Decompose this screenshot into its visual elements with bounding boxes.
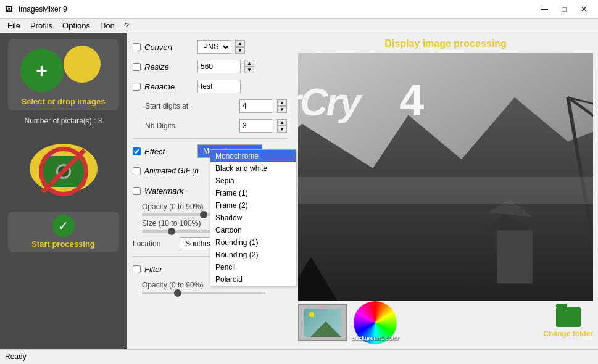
effect-label: Effect bbox=[144, 147, 194, 156]
close-button[interactable]: ✕ bbox=[575, 3, 593, 15]
display-title: Display image processing bbox=[298, 38, 593, 49]
picture-count: Number of picture(s) : 3 bbox=[24, 117, 102, 125]
start-digits-input[interactable] bbox=[239, 99, 273, 113]
menu-file[interactable]: File bbox=[2, 20, 25, 31]
convert-format-select[interactable]: PNG JPG BMP GIF bbox=[197, 40, 231, 54]
filter-opacity-slider[interactable] bbox=[142, 292, 265, 294]
dropdown-item-monochrome[interactable]: Monochrome bbox=[210, 150, 296, 162]
check-icon: ✓ bbox=[52, 215, 75, 237]
dropdown-item-rounding1[interactable]: Rounding (1) bbox=[210, 236, 296, 249]
dropdown-item-sepia[interactable]: Sepia bbox=[210, 175, 296, 187]
filter-opacity-slider-row bbox=[133, 292, 287, 294]
dropdown-item-frame1[interactable]: Frame (1) bbox=[210, 187, 296, 199]
resize-row: Resize ▲ ▼ bbox=[133, 58, 287, 75]
rename-label: Rename bbox=[144, 82, 194, 91]
color-wheel[interactable]: Background color bbox=[354, 301, 397, 344]
filter-label: Filter bbox=[144, 265, 194, 274]
preview-svg: FarCry 4 bbox=[298, 53, 593, 301]
no-image-area bbox=[8, 131, 119, 205]
resize-label: Resize bbox=[144, 62, 194, 72]
convert-checkbox[interactable] bbox=[133, 43, 141, 51]
format-spin-down[interactable]: ▼ bbox=[235, 47, 245, 54]
menu-profils[interactable]: Profils bbox=[25, 20, 57, 31]
status-bar: Ready bbox=[0, 349, 598, 363]
resize-input[interactable] bbox=[197, 60, 241, 73]
image-preview: FarCry 4 bbox=[298, 53, 593, 301]
rename-input[interactable] bbox=[197, 80, 241, 93]
dropdown-item-rounding2[interactable]: Rounding (2) bbox=[210, 249, 296, 261]
sun-dot bbox=[309, 312, 314, 317]
filter-checkbox[interactable] bbox=[133, 265, 141, 273]
right-panel: Display image processing bbox=[293, 33, 598, 349]
convert-row: Convert PNG JPG BMP GIF ▲ ▼ bbox=[133, 38, 287, 56]
start-digits-row: Start digits at ▲ ▼ bbox=[133, 97, 287, 115]
start-label: Start processing bbox=[31, 239, 95, 249]
effect-dropdown[interactable]: Monochrome Black and white Sepia Frame (… bbox=[210, 149, 296, 286]
animated-gif-checkbox[interactable] bbox=[133, 167, 141, 175]
window-controls: — □ ✕ bbox=[535, 3, 593, 15]
middle-panel: Convert PNG JPG BMP GIF ▲ ▼ Resize ▲ ▼ bbox=[127, 33, 293, 349]
nb-digits-spin-up[interactable]: ▲ bbox=[277, 119, 287, 126]
start-digits-spin-up[interactable]: ▲ bbox=[277, 99, 287, 106]
resize-spin-down[interactable]: ▼ bbox=[244, 67, 254, 73]
app-title: ImagesMixer 9 bbox=[19, 5, 535, 14]
opacity-label: Opacity (0 to 90%) bbox=[142, 202, 203, 211]
svg-rect-5 bbox=[497, 230, 532, 283]
filter-opacity-label: Opacity (0 to 90%) bbox=[142, 281, 203, 289]
start-digits-label: Start digits at bbox=[133, 102, 188, 110]
menu-options[interactable]: Options bbox=[57, 20, 95, 31]
nb-digits-label: Nb Digits bbox=[133, 122, 175, 130]
plus-icon: + bbox=[36, 59, 48, 82]
minimize-button[interactable]: — bbox=[535, 3, 554, 15]
rename-checkbox[interactable] bbox=[133, 83, 141, 91]
dropdown-item-cartoon[interactable]: Cartoon bbox=[210, 224, 296, 236]
resize-spin-up[interactable]: ▲ bbox=[244, 60, 254, 67]
format-spin-up[interactable]: ▲ bbox=[235, 40, 245, 47]
nb-digits-row: Nb Digits ▲ ▼ bbox=[133, 117, 287, 134]
nb-digits-input[interactable] bbox=[239, 119, 273, 133]
menu-don[interactable]: Don bbox=[95, 20, 120, 31]
location-label: Location bbox=[133, 239, 176, 248]
dropdown-item-pencil[interactable]: Pencil bbox=[210, 261, 296, 273]
convert-label: Convert bbox=[144, 43, 194, 52]
dropdown-item-shadow[interactable]: Shadow bbox=[210, 212, 296, 224]
change-folder-label: Change folder bbox=[543, 329, 593, 338]
thumb-inner bbox=[304, 309, 341, 337]
yellow-circle bbox=[64, 46, 101, 83]
select-label: Select or drop images bbox=[22, 97, 106, 106]
status-text: Ready bbox=[5, 352, 27, 361]
left-panel: + Select or drop images Number of pictur… bbox=[0, 33, 127, 349]
green-circle: + bbox=[20, 49, 64, 92]
app-icon: 🖼 bbox=[5, 4, 15, 14]
watermark-label: Watermark bbox=[144, 186, 194, 196]
mountain-shape bbox=[310, 321, 341, 337]
resize-checkbox[interactable] bbox=[133, 63, 141, 71]
start-processing-button[interactable]: ✓ Start processing bbox=[8, 212, 119, 252]
main-content: + Select or drop images Number of pictur… bbox=[0, 33, 598, 349]
folder-icon bbox=[556, 307, 581, 327]
watermark-checkbox[interactable] bbox=[133, 187, 141, 195]
bottom-toolbar: Background color Change folder bbox=[298, 301, 593, 344]
svg-text:4: 4 bbox=[399, 75, 424, 125]
dropdown-item-frame2[interactable]: Frame (2) bbox=[210, 199, 296, 212]
bg-color-label: Background color bbox=[351, 335, 399, 341]
menu-help[interactable]: ? bbox=[120, 20, 134, 31]
animated-gif-label: Animated GIF (n bbox=[144, 167, 199, 175]
size-label: Size (10 to 100%) bbox=[142, 219, 201, 228]
start-digits-spin-down[interactable]: ▼ bbox=[277, 106, 287, 113]
select-drop-area[interactable]: + Select or drop images bbox=[8, 39, 119, 110]
title-bar: 🖼 ImagesMixer 9 — □ ✕ bbox=[0, 0, 598, 19]
change-folder-button[interactable]: Change folder bbox=[543, 307, 593, 338]
svg-text:FarCry: FarCry bbox=[298, 80, 363, 123]
effect-checkbox[interactable] bbox=[133, 147, 141, 155]
maximize-button[interactable]: □ bbox=[555, 3, 573, 15]
dropdown-item-polaroid[interactable]: Polaroid bbox=[210, 273, 296, 286]
thumbnail-preview[interactable] bbox=[298, 304, 347, 341]
nb-digits-spin-down[interactable]: ▼ bbox=[277, 126, 287, 133]
rename-row: Rename bbox=[133, 78, 287, 95]
menu-bar: File Profils Options Don ? bbox=[0, 19, 598, 33]
svg-rect-10 bbox=[298, 177, 593, 204]
dropdown-item-blackwhite[interactable]: Black and white bbox=[210, 162, 296, 175]
